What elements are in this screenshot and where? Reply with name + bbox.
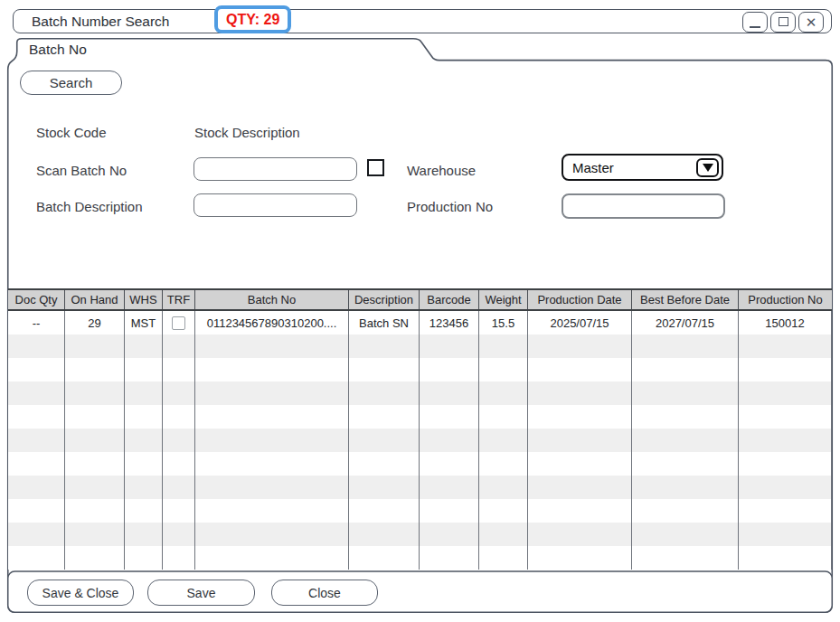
tab-batch-no[interactable]: Batch No xyxy=(29,42,87,58)
search-button[interactable]: Search xyxy=(20,71,122,95)
save-button[interactable]: Save xyxy=(147,580,255,606)
column-header-whs[interactable]: WHS xyxy=(125,290,163,309)
table-row-empty xyxy=(8,335,832,358)
column-header-doc-qty[interactable]: Doc Qty xyxy=(8,290,65,309)
maximize-icon xyxy=(779,17,788,26)
maximize-button[interactable] xyxy=(770,12,796,33)
production-no-label: Production No xyxy=(407,199,493,214)
column-header-weight[interactable]: Weight xyxy=(479,290,528,309)
batch-table: Doc Qty On Hand WHS TRF Batch No Descrip… xyxy=(7,288,833,570)
cell-batch-no: 011234567890310200.... xyxy=(195,311,349,335)
close-icon: ✕ xyxy=(806,15,817,29)
scan-batch-no-input[interactable] xyxy=(193,157,357,181)
warehouse-label: Warehouse xyxy=(407,163,476,178)
close-button[interactable]: ✕ xyxy=(798,12,824,33)
table-row[interactable]: -- 29 MST 011234567890310200.... Batch S… xyxy=(8,311,832,335)
cell-weight: 15.5 xyxy=(479,311,528,335)
warehouse-dropdown[interactable]: Master xyxy=(562,154,723,181)
cell-trf xyxy=(163,311,195,335)
column-header-trf[interactable]: TRF xyxy=(163,290,195,309)
warehouse-dropdown-button[interactable] xyxy=(696,158,719,177)
table-row-empty xyxy=(8,452,832,476)
window-controls: ✕ xyxy=(742,11,824,33)
batch-description-input[interactable] xyxy=(193,193,357,217)
column-header-best-before-date[interactable]: Best Before Date xyxy=(632,290,739,309)
chevron-down-icon xyxy=(703,164,713,172)
column-header-on-hand[interactable]: On Hand xyxy=(65,290,125,309)
cell-on-hand: 29 xyxy=(65,311,125,335)
table-row-empty xyxy=(8,405,832,429)
table-row-empty xyxy=(8,523,832,546)
cell-description: Batch SN xyxy=(349,311,420,335)
production-no-input[interactable] xyxy=(562,193,725,219)
column-header-production-no[interactable]: Production No xyxy=(739,290,832,309)
qty-badge: QTY: 29 xyxy=(214,5,291,33)
column-header-production-date[interactable]: Production Date xyxy=(528,290,632,309)
minimize-icon xyxy=(750,26,760,28)
table-row-empty xyxy=(8,358,832,382)
batch-description-label: Batch Description xyxy=(36,199,143,214)
cell-production-no: 150012 xyxy=(739,311,832,335)
cell-whs: MST xyxy=(125,311,163,335)
cell-production-date: 2025/07/15 xyxy=(528,311,632,335)
table-row-empty xyxy=(8,476,832,499)
close-dialog-button[interactable]: Close xyxy=(271,580,378,606)
stock-code-label: Stock Code xyxy=(36,125,107,140)
scan-batch-checkbox[interactable] xyxy=(367,159,384,176)
column-header-batch-no[interactable]: Batch No xyxy=(195,290,349,309)
warehouse-selected-value: Master xyxy=(572,160,614,175)
table-row-empty xyxy=(8,499,832,523)
save-and-close-button[interactable]: Save & Close xyxy=(27,580,134,606)
table-row-empty xyxy=(8,546,832,570)
stock-description-label: Stock Description xyxy=(194,125,300,140)
table-row-empty xyxy=(8,382,832,405)
cell-doc-qty: -- xyxy=(8,311,65,335)
scan-batch-no-label: Scan Batch No xyxy=(36,163,127,178)
table-row-empty xyxy=(8,429,832,452)
cell-barcode: 123456 xyxy=(420,311,479,335)
window-title: Batch Number Search xyxy=(32,14,170,30)
cell-best-before-date: 2027/07/15 xyxy=(632,311,739,335)
table-body: -- 29 MST 011234567890310200.... Batch S… xyxy=(8,311,832,570)
table-header-row: Doc Qty On Hand WHS TRF Batch No Descrip… xyxy=(8,288,832,311)
column-header-barcode[interactable]: Barcode xyxy=(420,290,479,309)
column-header-description[interactable]: Description xyxy=(349,290,420,309)
trf-checkbox[interactable] xyxy=(172,316,185,330)
minimize-button[interactable] xyxy=(742,12,768,33)
title-bar: Batch Number Search ✕ xyxy=(13,9,832,33)
